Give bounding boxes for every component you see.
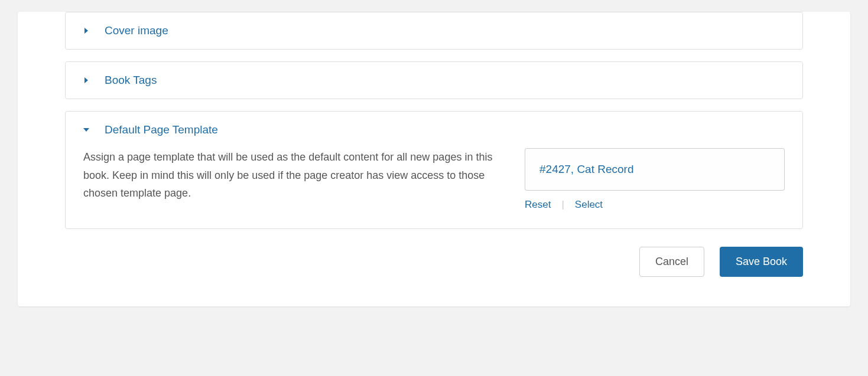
panel-book-tags-header[interactable]: Book Tags xyxy=(66,62,802,99)
panel-default-template-header[interactable]: Default Page Template xyxy=(66,112,802,148)
template-actions: Reset | Select xyxy=(525,199,785,211)
template-selected-value: #2427, Cat Record xyxy=(539,163,634,175)
chevron-right-icon xyxy=(83,28,95,34)
form-button-row: Cancel Save Book xyxy=(65,247,803,277)
template-select-link[interactable]: Select xyxy=(575,199,603,211)
panel-default-template-title: Default Page Template xyxy=(105,123,218,136)
panel-default-template: Default Page Template Assign a page temp… xyxy=(65,111,803,229)
panel-book-tags: Book Tags xyxy=(65,61,803,99)
panel-cover-image-title: Cover image xyxy=(105,24,168,37)
panel-book-tags-title: Book Tags xyxy=(105,74,157,87)
panel-default-template-body: Assign a page template that will be used… xyxy=(66,148,802,228)
template-selected-box[interactable]: #2427, Cat Record xyxy=(525,148,785,191)
chevron-right-icon xyxy=(83,77,95,83)
panel-cover-image-header[interactable]: Cover image xyxy=(66,12,802,49)
chevron-down-icon xyxy=(83,127,95,133)
cancel-button[interactable]: Cancel xyxy=(639,247,704,277)
save-book-button[interactable]: Save Book xyxy=(720,247,803,277)
form-card: Cover image Book Tags Default Page Templ… xyxy=(18,12,850,306)
panel-cover-image: Cover image xyxy=(65,12,803,50)
default-template-description: Assign a page template that will be used… xyxy=(83,148,501,202)
separator: | xyxy=(561,199,564,211)
template-reset-link[interactable]: Reset xyxy=(525,199,551,211)
template-select-column: #2427, Cat Record Reset | Select xyxy=(525,148,785,211)
